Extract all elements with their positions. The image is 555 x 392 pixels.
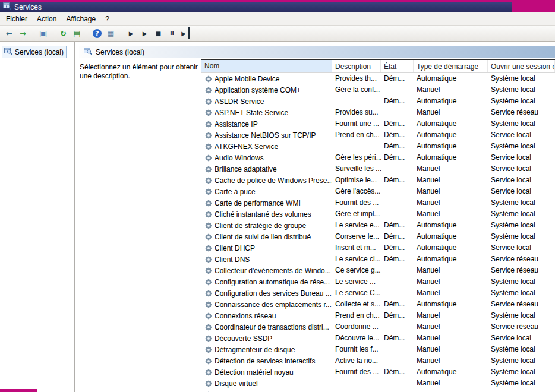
gear-icon xyxy=(204,188,212,195)
service-row[interactable]: Application système COM+Gère la conf...M… xyxy=(201,84,555,96)
service-row[interactable]: Disque virtuelManuelSystème local xyxy=(201,378,555,389)
service-row[interactable]: Client de stratégie de groupeLe service … xyxy=(201,220,555,231)
service-row[interactable]: Client de suivi de lien distribuéConserv… xyxy=(201,231,555,242)
service-row[interactable]: Coordinateur de transactions distri...Co… xyxy=(201,321,555,333)
service-state-cell xyxy=(381,287,414,299)
restart-service-icon[interactable]: ▶ xyxy=(179,27,190,39)
service-name-cell: Application système COM+ xyxy=(201,84,332,96)
service-row[interactable]: Cliché instantané des volumesGère et imp… xyxy=(201,208,555,220)
menu-help[interactable]: ? xyxy=(100,13,114,25)
service-row[interactable]: Détection matériel noyauFournit des ...D… xyxy=(201,366,555,378)
service-state-cell: Dém... xyxy=(381,333,414,344)
start-service-icon[interactable]: ▶ xyxy=(125,27,137,39)
service-row[interactable]: Collecteur d'événements de Windo...Ce se… xyxy=(201,265,555,276)
service-row[interactable]: Client DHCPInscrit et m...Dém...Automati… xyxy=(201,242,555,254)
back-icon[interactable]: ← xyxy=(3,27,15,39)
service-name: ATKGFNEX Service xyxy=(215,143,278,151)
gear-icon xyxy=(204,210,212,218)
service-row[interactable]: Brillance adaptativeSurveille les ...Man… xyxy=(201,163,555,175)
service-startup-cell: Manuel xyxy=(414,175,488,186)
column-header-description[interactable]: Description xyxy=(332,60,381,72)
service-row[interactable]: ATKGFNEX ServiceDém...AutomatiqueSystème… xyxy=(201,141,555,152)
resume-service-icon[interactable]: ▶ xyxy=(138,27,151,39)
service-row[interactable]: Configuration automatique de rése...Le s… xyxy=(201,276,555,287)
service-description-cell: Le service ... xyxy=(332,276,381,287)
service-name: Brillance adaptative xyxy=(215,165,277,173)
service-name-cell: Apple Mobile Device xyxy=(201,73,332,84)
service-description-cell: Active la no... xyxy=(332,355,381,366)
service-row[interactable]: ASLDR ServiceDém...AutomatiqueSystème lo… xyxy=(201,96,555,107)
service-row[interactable]: Cache de police de Windows Prese...Optim… xyxy=(201,175,555,186)
service-state-cell: Dém... xyxy=(381,254,414,265)
service-name: Client DNS xyxy=(215,255,250,264)
toolbar-separator xyxy=(33,29,33,39)
service-state-cell xyxy=(381,276,414,287)
service-row[interactable] xyxy=(201,389,555,392)
service-startup-cell: Automatique xyxy=(414,141,488,152)
service-row[interactable]: Assistance IPFournit une ...Dém...Automa… xyxy=(201,118,555,129)
service-name: Carte à puce xyxy=(215,188,256,196)
service-state-cell xyxy=(381,197,414,208)
service-description-cell: Le service cl... xyxy=(332,254,381,265)
column-header--tat[interactable]: État xyxy=(381,60,414,72)
service-row[interactable]: Client DNSLe service cl...Dém...Automati… xyxy=(201,254,555,265)
service-row[interactable]: Défragmenteur de disqueFournit les f...M… xyxy=(201,344,555,355)
service-startup-cell: Automatique xyxy=(414,366,488,378)
gear-icon xyxy=(204,233,212,241)
service-name-cell: Cliché instantané des volumes xyxy=(201,208,332,220)
service-row[interactable]: Carte de performance WMIFournit des ...M… xyxy=(201,197,555,208)
service-startup-cell: Automatique xyxy=(414,152,488,163)
gear-icon xyxy=(204,97,212,105)
service-startup-cell: Automatique xyxy=(414,242,488,254)
show-console-tree-icon[interactable]: ▣ xyxy=(37,27,49,39)
panel-header-title: Services (local) xyxy=(96,48,144,56)
menu-fichier[interactable]: Fichier xyxy=(1,13,32,25)
properties-icon[interactable]: ▦ xyxy=(105,27,117,39)
service-row[interactable]: Carte à puceGère l'accès...ManuelService… xyxy=(201,186,555,197)
forward-icon[interactable]: → xyxy=(17,27,29,39)
gear-icon xyxy=(204,346,212,353)
stop-service-icon[interactable]: ■ xyxy=(152,27,165,39)
service-row[interactable]: Assistance NetBIOS sur TCP/IPPrend en ch… xyxy=(201,129,555,141)
service-description-cell: Surveille les ... xyxy=(332,163,381,175)
service-state-cell: Dém... xyxy=(381,299,414,310)
service-description-cell: Ce service g... xyxy=(332,265,381,276)
gear-icon xyxy=(204,312,212,320)
service-row[interactable]: Détection de services interactifsActive … xyxy=(201,355,555,366)
sidebar-item-services-local[interactable]: Services (local) xyxy=(2,46,67,58)
service-name: Détection matériel noyau xyxy=(215,368,294,377)
service-row[interactable]: Audio WindowsGère les péri...Dém...Autom… xyxy=(201,152,555,163)
service-name-cell: Carte à puce xyxy=(201,186,332,197)
service-description-cell xyxy=(332,96,381,107)
service-startup-cell: Manuel xyxy=(414,84,488,96)
menu-affichage[interactable]: Affichage xyxy=(61,13,100,25)
gear-icon xyxy=(204,334,212,342)
service-row[interactable]: Connaissance des emplacements r...Collec… xyxy=(201,299,555,310)
column-header-ouvrir-une-session-en[interactable]: Ouvrir une session en xyxy=(488,60,555,72)
service-description-cell xyxy=(332,378,381,389)
service-row[interactable]: Apple Mobile DeviceProvides th...Dém...A… xyxy=(201,73,555,84)
service-description-cell: Fournit les f... xyxy=(332,344,381,355)
refresh-icon[interactable]: ↻ xyxy=(57,27,70,39)
service-name-cell: Configuration des services Bureau ... xyxy=(201,287,332,299)
column-header-nom[interactable]: Nom xyxy=(201,60,332,72)
service-startup-cell: Automatique xyxy=(414,73,488,84)
service-state-cell: Dém... xyxy=(381,310,414,321)
service-name-cell: Carte de performance WMI xyxy=(201,197,332,208)
help-icon[interactable]: ? xyxy=(93,29,102,38)
service-row[interactable]: Découverte SSDPDécouvre le...Dém...Manue… xyxy=(201,333,555,344)
service-description-cell: Gère les péri... xyxy=(332,152,381,163)
service-state-cell: Dém... xyxy=(381,152,414,163)
service-logon-cell: Service réseau xyxy=(488,299,555,310)
service-row[interactable]: Connexions réseauPrend en ch...Dém...Man… xyxy=(201,310,555,321)
column-header-type-de-d-marrage[interactable]: Type de démarrage xyxy=(414,60,488,72)
pause-service-icon[interactable]: II xyxy=(166,27,178,39)
service-row[interactable]: ASP.NET State ServiceProvides su...Manue… xyxy=(201,107,555,118)
menu-action[interactable]: Action xyxy=(32,13,61,25)
service-logon-cell: Système local xyxy=(488,73,555,84)
export-list-icon[interactable]: ▤ xyxy=(71,27,83,39)
services-header-icon xyxy=(84,47,92,57)
service-name: Découverte SSDP xyxy=(215,334,272,343)
service-description-cell: Fournit des ... xyxy=(332,197,381,208)
service-row[interactable]: Configuration des services Bureau ...Le … xyxy=(201,287,555,299)
